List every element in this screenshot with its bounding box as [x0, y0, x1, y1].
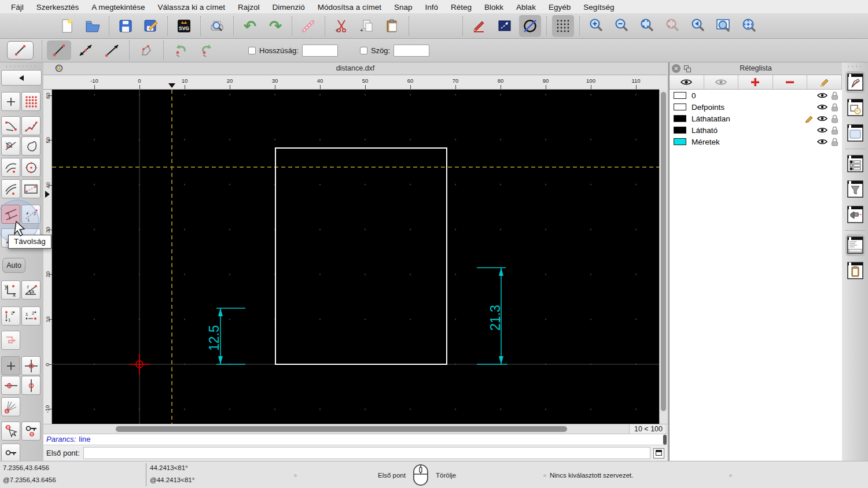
select-window-button[interactable]: [494, 15, 516, 37]
line-two-points-button[interactable]: [47, 40, 71, 60]
menu-item[interactable]: Infó: [419, 3, 445, 12]
draw-pen-button[interactable]: [468, 15, 490, 37]
remove-layer-button[interactable]: [773, 75, 808, 89]
zoom-pan-button[interactable]: [738, 15, 760, 37]
tool-rect-dashed[interactable]: [21, 179, 41, 198]
angle-input[interactable]: [393, 45, 429, 57]
menu-item[interactable]: Szerkesztés: [30, 3, 86, 12]
layer-color-swatch[interactable]: [674, 103, 686, 110]
horizontal-scrollbar-thumb[interactable]: [116, 426, 567, 432]
paste-button[interactable]: [381, 15, 403, 37]
command-scrollbar[interactable]: [663, 434, 667, 445]
export-svg-button[interactable]: SVG: [173, 15, 195, 37]
layer-color-swatch[interactable]: [674, 115, 686, 122]
back-button[interactable]: [1, 70, 42, 86]
tool-point[interactable]: [1, 92, 20, 111]
horizontal-scrollbar[interactable]: 10 < 100: [43, 424, 667, 434]
snap-lock-entity-button[interactable]: [21, 422, 41, 441]
layer-lock-icon[interactable]: [831, 91, 838, 100]
coordinate-polar-button[interactable]: ra: [21, 280, 41, 300]
drawing-canvas[interactable]: 12.5 21.3: [52, 90, 659, 424]
snap-angle-button[interactable]: [1, 397, 20, 416]
layer-color-swatch[interactable]: [674, 127, 686, 134]
snap-endpoint-button[interactable]: [1, 376, 20, 395]
command-fullscreen-button[interactable]: [653, 448, 664, 459]
tool-polyline-points[interactable]: [21, 116, 41, 135]
undo-button[interactable]: ↶: [239, 15, 261, 37]
snap-middle-button[interactable]: [21, 376, 41, 395]
menu-item[interactable]: Válassza ki a címet: [152, 3, 231, 12]
layer-row[interactable]: Méretek: [670, 136, 842, 147]
edit-layer-button[interactable]: [807, 75, 842, 89]
dock-blocks-button[interactable]: [845, 97, 865, 119]
line-angle-button[interactable]: [73, 40, 98, 60]
redo-segment-button[interactable]: [195, 40, 219, 60]
redo-button[interactable]: ↷: [264, 15, 286, 37]
cut-button[interactable]: +: [330, 15, 352, 37]
layer-visible-eye-icon[interactable]: [817, 138, 827, 145]
zoom-in-button[interactable]: [585, 15, 607, 37]
tool-circle-freehand[interactable]: [21, 136, 41, 156]
menu-item[interactable]: Dimenzió: [266, 3, 311, 12]
drawing-window-titlebar[interactable]: distance.dxf: [43, 62, 667, 75]
new-document-button[interactable]: [56, 15, 78, 37]
layer-lock-icon[interactable]: [831, 126, 838, 135]
layer-visible-eye-icon[interactable]: [817, 103, 827, 110]
menu-item[interactable]: Módosítsa a címet: [311, 3, 388, 12]
command-input[interactable]: [83, 447, 650, 459]
show-all-layers-button[interactable]: [670, 75, 704, 89]
layer-visible-eye-icon[interactable]: [817, 115, 827, 122]
layer-lock-icon[interactable]: [831, 114, 838, 123]
length-checkbox[interactable]: [248, 47, 256, 54]
layer-visible-eye-icon[interactable]: [817, 92, 827, 99]
dock-handle[interactable]: [847, 64, 864, 68]
menu-item[interactable]: Réteg: [444, 3, 478, 12]
menu-item[interactable]: Rajzol: [231, 3, 266, 12]
tool-spline[interactable]: [1, 116, 20, 135]
tool-parallel[interactable]: [1, 179, 20, 198]
dock-clipboard-button[interactable]: [845, 260, 865, 282]
dock-layer-list-button[interactable]: [845, 153, 865, 175]
vertical-scrollbar-thumb[interactable]: [661, 92, 666, 411]
zoom-window-button[interactable]: [712, 15, 734, 37]
dock-layer-properties-button[interactable]: [845, 71, 865, 93]
layer-color-swatch[interactable]: [674, 92, 686, 99]
dock-command-line-button[interactable]: [845, 234, 865, 256]
tool-arc[interactable]: [1, 158, 20, 177]
order-points-button-2[interactable]: 12: [21, 306, 41, 326]
zoom-auto-button[interactable]: [636, 15, 658, 37]
zoom-back-button[interactable]: [687, 15, 709, 37]
zoom-out-button[interactable]: [610, 15, 632, 37]
undo-segment-button[interactable]: [168, 40, 193, 60]
dock-filter-button[interactable]: [845, 178, 865, 200]
hide-all-layers-button[interactable]: [704, 75, 739, 89]
menu-item[interactable]: Egyéb: [542, 3, 577, 12]
grid-toggle-button[interactable]: [552, 15, 574, 37]
layer-color-swatch[interactable]: [674, 138, 686, 145]
angle-checkbox[interactable]: [360, 47, 367, 54]
menu-item[interactable]: Blokk: [478, 3, 510, 12]
polyline-button[interactable]: [134, 40, 159, 60]
zoom-previous-button[interactable]: [661, 15, 683, 37]
coordinate-cartesian-button[interactable]: yx: [1, 280, 20, 300]
snap-free-button[interactable]: [1, 356, 20, 375]
menu-item[interactable]: Ablak: [510, 3, 542, 12]
save-button[interactable]: [115, 15, 137, 37]
tool-circle-center[interactable]: [21, 158, 41, 177]
layer-row[interactable]: Defpoints: [670, 101, 842, 113]
snap-auto-button[interactable]: Auto: [2, 258, 25, 273]
copy-button[interactable]: +: [356, 15, 378, 37]
order-points-button-1[interactable]: 12: [1, 306, 20, 326]
vertical-scrollbar[interactable]: [659, 90, 667, 424]
draft-mode-button[interactable]: [519, 15, 541, 37]
snap-restriction-button[interactable]: [1, 331, 20, 350]
menu-item[interactable]: Segítség: [577, 3, 620, 12]
save-as-button[interactable]: [140, 15, 162, 37]
layer-lock-icon[interactable]: [831, 138, 838, 146]
dock-library-button[interactable]: [845, 122, 865, 144]
menu-item[interactable]: Snap: [388, 3, 419, 12]
snap-select-button[interactable]: [1, 422, 20, 441]
add-layer-button[interactable]: [738, 75, 773, 89]
layer-row[interactable]: Láthatatlan: [670, 113, 842, 124]
layer-visible-eye-icon[interactable]: [817, 127, 827, 134]
